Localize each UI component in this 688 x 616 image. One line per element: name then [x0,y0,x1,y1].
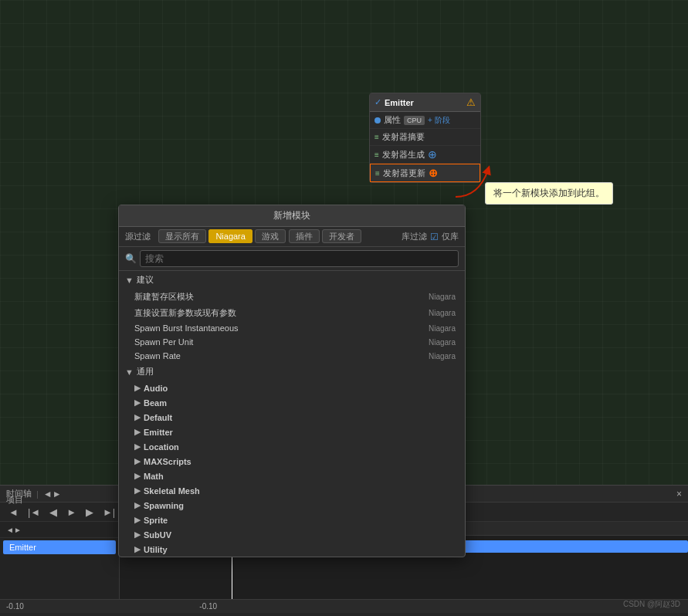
suggestion-new-staging[interactable]: 新建暂存区模块 Niagara [119,289,465,305]
brand-text: CSDN @阿赵3D [623,599,680,610]
suggestion-spawn-rate[interactable]: Spawn Rate Niagara [119,349,465,363]
emitter-spawn-label: 发射器生成 [382,149,425,161]
tooltip-text: 将一个新模块添加到此组。 [493,188,605,198]
suggestion-spawn-per-unit[interactable]: Spawn Per Unit Niagara [119,335,465,349]
emitter-update-icon: ≡ [375,169,380,178]
popup-filter-row: 源过滤 显示所有 Niagara 游戏 插件 开发者 库过滤 ☑ 仅库 [119,227,465,247]
developer-tag[interactable]: 开发者 [322,229,361,243]
timeline-separator: | [36,489,39,499]
search-row: 🔍 [119,247,465,271]
tooltip-box: 将一个新模块添加到此组。 [485,182,613,205]
emitter-warning-icon: ⚠ [466,96,476,108]
display-all-tag[interactable]: 显示所有 [158,229,206,243]
emitter-attributes-row[interactable]: 属性 CPU + 阶段 [370,112,480,129]
emitter-node-title: Emitter [385,98,463,107]
tl-bottom-bar: -0.10 -0.10 [0,599,688,613]
emitter-spawn-row[interactable]: ≡ 发射器生成 ⊕ [370,146,480,164]
popup-body: ▼ 建议 新建暂存区模块 Niagara 直接设置新参数或现有参数 Niagar… [119,271,465,557]
search-icon: 🔍 [125,253,137,264]
general-emitter[interactable]: ▶ Emitter [119,425,465,439]
general-subuv[interactable]: ▶ SubUV [119,527,465,542]
plugin-tag[interactable]: 插件 [289,229,320,243]
projects-label: 项目 [6,494,23,506]
general-location[interactable]: ▶ Location [119,439,465,454]
suggestion-spawn-burst[interactable]: Spawn Burst Instantaneous Niagara [119,321,465,335]
game-tag[interactable]: 游戏 [255,229,286,243]
emitter-node-header: ✓ Emitter ⚠ [370,93,480,112]
tl-bottom-spacer [27,602,197,611]
library-filter-section: 库过滤 ☑ 仅库 [402,231,459,242]
suggestion-direct-set[interactable]: 直接设置新参数或现有参数 Niagara [119,305,465,321]
emitter-update-label: 发射器更新 [383,168,425,179]
emitter-section-icon: ≡ [375,133,379,141]
general-section-header[interactable]: ▼ 通用 [119,363,465,381]
tl-back-btn[interactable]: ◄ [6,506,21,519]
general-default[interactable]: ▶ Default [119,410,465,425]
emitter-phase-label[interactable]: + 阶段 [428,115,450,126]
general-label: 通用 [137,366,154,377]
blue-dot-icon [375,117,381,124]
tl-bottom-val2: -0.10 [199,602,217,611]
general-spawning[interactable]: ▶ Spawning [119,498,465,513]
tl-next-btn[interactable]: ►| [100,506,117,519]
general-triangle-icon: ▼ [125,367,134,377]
library-label: 仅库 [442,231,459,242]
general-skeletal-mesh[interactable]: ▶ Skeletal Mesh [119,483,465,498]
source-filter-section: 源过滤 显示所有 Niagara 游戏 插件 开发者 [125,231,361,242]
general-beam[interactable]: ▶ Beam [119,395,465,410]
emitter-spawn-add-btn[interactable]: ⊕ [428,148,437,161]
timeline-expand-icon[interactable]: ◄► [43,489,62,499]
suggestions-label: 建议 [137,274,154,286]
popup-title: 新增模块 [273,210,310,221]
general-math[interactable]: ▶ Math [119,469,465,483]
popup-title-bar: 新增模块 [119,205,465,227]
library-checkbox-icon[interactable]: ☑ [430,232,439,242]
tl-step-back-btn[interactable]: ◀ [47,506,59,519]
emitter-summary-row[interactable]: ≡ 发射器摘要 [370,129,480,146]
general-sprite[interactable]: ▶ Sprite [119,513,465,527]
tl-step-fwd-btn[interactable]: ▶ [83,506,96,519]
general-maxscripts[interactable]: ▶ MAXScripts [119,454,465,469]
tl-play-btn[interactable]: ► [64,506,79,519]
emitter-update-add-btn[interactable]: ⊕ [429,167,438,179]
tl-tracks-label: ◄► [6,526,22,534]
emitter-summary-label: 发射器摘要 [382,131,425,143]
suggestions-triangle-icon: ▼ [125,276,134,285]
emitter-spawn-icon: ≡ [375,151,379,159]
emitter-attributes-label: 属性 [384,114,401,126]
niagara-tag[interactable]: Niagara [208,229,252,243]
tl-track-labels: ◄► Emitter [0,522,120,599]
tl-emitter-track-label: Emitter [3,540,116,554]
tl-emitter-track-row[interactable]: Emitter [0,538,119,557]
suggestions-section-header[interactable]: ▼ 建议 [119,271,465,289]
module-popup: 新增模块 源过滤 显示所有 Niagara 游戏 插件 开发者 库过滤 ☑ 仅库… [118,205,466,557]
general-audio[interactable]: ▶ Audio [119,381,465,395]
tl-bottom-val1: -0.10 [6,602,24,611]
timeline-close-btn[interactable]: × [676,489,682,499]
emitter-check-icon: ✓ [375,97,381,107]
tl-tracks-header: ◄► [0,522,119,538]
search-input[interactable] [140,250,459,267]
source-filter-label: 源过滤 [125,232,151,241]
cpu-badge: CPU [404,116,425,125]
general-utility[interactable]: ▶ Utility [119,542,465,557]
library-filter-label: 库过滤 [402,231,427,242]
tl-prev-btn[interactable]: |◄ [25,506,42,519]
